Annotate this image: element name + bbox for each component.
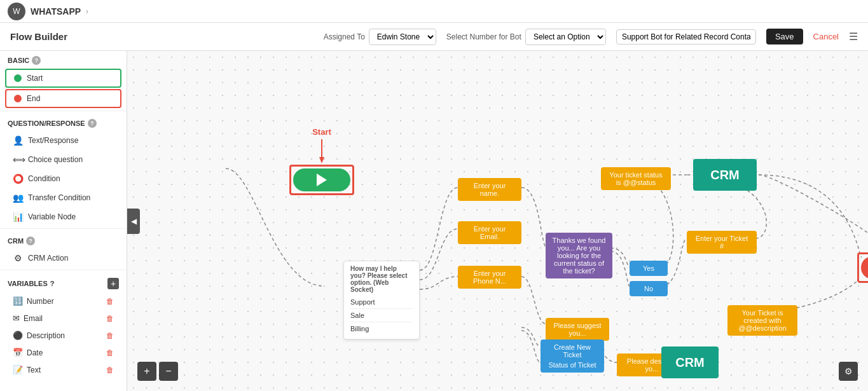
variable-item-description[interactable]: ⚫ Description 🗑 [5, 327, 121, 343]
delete-text-var-button[interactable]: 🗑 [106, 366, 114, 374]
sidebar: BASIC ? Start End QUESTION/RESPONSE ? 👤 … [0, 51, 127, 391]
basic-info-icon: ? [32, 56, 41, 65]
crm-section-header: CRM ? [0, 231, 127, 248]
crm-bottom-node[interactable]: CRM [661, 346, 719, 378]
chevron-icon: › [86, 7, 88, 16]
variable-item-text[interactable]: 📝 Text 🗑 [5, 362, 121, 378]
crm-info-icon: ? [26, 237, 35, 245]
enter-name-node[interactable]: Enter your name. [458, 178, 521, 201]
delete-date-var-button[interactable]: 🗑 [106, 348, 114, 357]
menu-box-title: How may I help you? Please select option… [350, 265, 413, 293]
select-number-group: Select Number for Bot Select an Option [446, 29, 606, 45]
sidebar-item-start[interactable]: Start [5, 69, 121, 88]
end-pill [861, 256, 868, 279]
main-layout: BASIC ? Start End QUESTION/RESPONSE ? 👤 … [0, 51, 868, 391]
ticket-created-node[interactable]: Your Ticket is created with @@descriptio… [727, 305, 797, 336]
start-pill [293, 168, 350, 191]
text-response-icon: 👤 [13, 135, 23, 146]
end-pill-border[interactable] [857, 252, 868, 283]
sidebar-item-crm-action[interactable]: ⚙ CRM Action [5, 249, 121, 267]
variables-header: VARIABLES ? + [0, 273, 127, 292]
end-node-indicator: End [857, 223, 868, 283]
assigned-to-label: Assigned To [324, 32, 365, 41]
assigned-to-select[interactable]: Edwin Stone [369, 29, 436, 45]
start-play-icon [317, 174, 327, 186]
ticket-question-node[interactable]: Thanks we found you... Are you looking f… [546, 233, 612, 278]
avatar: W [8, 3, 25, 20]
variable-item-number[interactable]: 🔢 Number 🗑 [5, 293, 121, 309]
end-dot-icon [14, 95, 22, 102]
delete-email-var-button[interactable]: 🗑 [106, 314, 114, 323]
sidebar-item-variable-node[interactable]: 📊 Variable Node [5, 208, 121, 226]
sub-header: Flow Builder Assigned To Edwin Stone Sel… [0, 23, 868, 51]
sidebar-item-transfer-condition[interactable]: 👥 Transfer Condition [5, 189, 121, 207]
assigned-to-group: Assigned To Edwin Stone [324, 29, 436, 45]
canvas-area[interactable]: ◀ [127, 51, 868, 391]
transfer-condition-icon: 👥 [13, 193, 23, 203]
delete-description-var-button[interactable]: 🗑 [106, 331, 114, 340]
settings-button[interactable]: ⚙ [839, 362, 858, 381]
no-node[interactable]: No [630, 281, 668, 296]
question-info-icon: ? [88, 119, 97, 128]
sidebar-item-condition[interactable]: ⭕ Condition [5, 170, 121, 188]
collapse-sidebar-button[interactable]: ◀ [127, 209, 140, 234]
app-name: WHATSAPP [31, 6, 81, 17]
question-section-header: QUESTION/RESPONSE ? [0, 114, 127, 130]
basic-section-header: BASIC ? [0, 51, 127, 67]
flow-title: Flow Builder [10, 31, 67, 42]
enter-ticket-node[interactable]: Enter your Ticket # [687, 231, 757, 254]
number-var-icon: 🔢 [13, 296, 23, 306]
sidebar-item-choice-question[interactable]: ⟺ Choice question [5, 151, 121, 168]
suggest-node[interactable]: Please suggest you... [546, 318, 609, 341]
start-arrow-svg [317, 139, 326, 165]
select-number-select[interactable]: Select an Option [525, 29, 606, 45]
email-var-icon: ✉ [13, 313, 20, 323]
condition-icon: ⭕ [13, 174, 23, 184]
start-node-indicator: Start [289, 127, 354, 195]
yes-node[interactable]: Yes [630, 261, 668, 276]
delete-number-var-button[interactable]: 🗑 [106, 297, 114, 306]
start-pill-border[interactable] [289, 165, 354, 195]
menu-item-billing[interactable]: Billing [350, 322, 413, 335]
top-bar: W WHATSAPP › [0, 0, 868, 23]
start-label: Start [312, 127, 331, 137]
crm-top-node[interactable]: CRM [693, 159, 757, 191]
zoom-in-button[interactable]: + [137, 362, 156, 381]
menu-item-support[interactable]: Support [350, 296, 413, 309]
svg-marker-1 [319, 157, 324, 163]
bot-name-input[interactable] [616, 29, 756, 45]
select-number-label: Select Number for Bot [446, 32, 521, 41]
menu-icon[interactable]: ☰ [849, 31, 858, 43]
add-variable-button[interactable]: + [107, 278, 119, 289]
status-ticket-node[interactable]: Status of Ticket [541, 357, 604, 373]
description-var-icon: ⚫ [13, 331, 23, 340]
variables-info-icon: ? [50, 280, 55, 287]
zoom-out-button[interactable]: − [159, 362, 178, 381]
save-button[interactable]: Save [766, 29, 803, 45]
variable-node-icon: 📊 [13, 212, 23, 222]
variable-item-date[interactable]: 📅 Date 🗑 [5, 345, 121, 360]
cancel-button[interactable]: Cancel [813, 32, 839, 41]
start-dot-icon [14, 74, 22, 82]
enter-phone-node[interactable]: Enter your Phone N... [458, 266, 521, 289]
date-var-icon: 📅 [13, 348, 23, 357]
ticket-status-node[interactable]: Your ticket status is @@status [601, 167, 671, 190]
variable-item-email[interactable]: ✉ Email 🗑 [5, 310, 121, 326]
crm-action-icon: ⚙ [13, 253, 23, 263]
sidebar-item-text-response[interactable]: 👤 Text/Response [5, 132, 121, 149]
sidebar-item-end[interactable]: End [5, 89, 121, 108]
enter-email-node[interactable]: Enter your Email. [458, 221, 521, 244]
zoom-controls: + − [137, 362, 178, 381]
text-var-icon: 📝 [13, 365, 23, 374]
choice-question-icon: ⟺ [13, 154, 23, 165]
menu-item-sale[interactable]: Sale [350, 309, 413, 322]
menu-box-node[interactable]: How may I help you? Please select option… [343, 261, 420, 340]
